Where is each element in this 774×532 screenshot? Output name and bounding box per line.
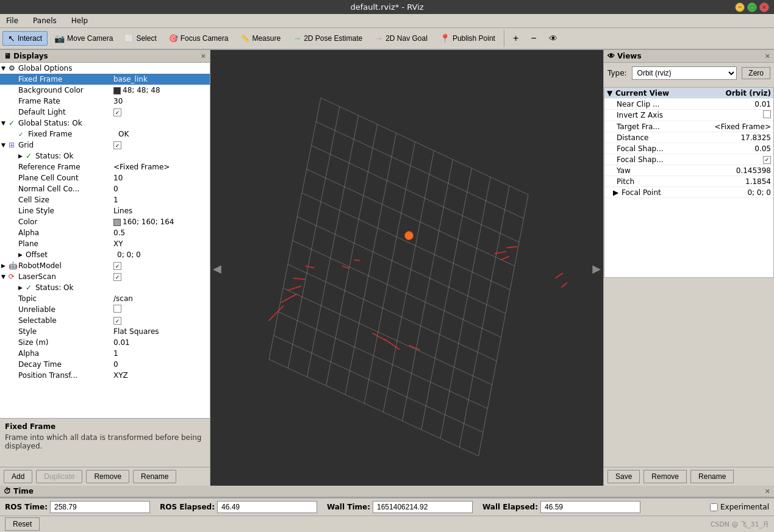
close-button[interactable]: ✕ [759,2,769,12]
topic-item[interactable]: Topic /scan [0,293,210,304]
unreliable-item[interactable]: Unreliable [0,304,210,315]
add-display-button[interactable]: + [507,31,524,46]
reference-frame-item[interactable]: Reference Frame <Fixed Frame> [0,161,210,172]
plane-cell-item[interactable]: Plane Cell Count 10 [0,172,210,183]
cell-size-item[interactable]: Cell Size 1 [0,194,210,205]
wall-time-value[interactable] [373,501,473,513]
grid-color-label: Color [18,218,113,226]
focal-shape-2-checkbox[interactable] [763,156,771,164]
focal-shape-1-row[interactable]: Focal Shap... 0.05 [604,143,773,154]
type-select[interactable]: Orbit (rviz) [632,66,737,80]
robotmodel-arrow[interactable]: ▶ [1,263,9,269]
line-style-item[interactable]: Line Style Lines [0,205,210,216]
experimental-checkbox[interactable] [710,503,718,511]
eye-button[interactable]: 👁 [543,32,563,45]
zero-button[interactable]: Zero [742,67,770,79]
ros-time-value[interactable] [50,501,150,513]
views-close[interactable]: ✕ [765,52,770,60]
interact-button[interactable]: ↖ Interact [2,31,48,46]
offset-arrow[interactable]: ▶ [18,252,26,258]
default-light-item[interactable]: Default Light [0,107,210,118]
selectable-checkbox-val [113,316,209,325]
selectable-item[interactable]: Selectable [0,315,210,326]
laserscan-arrow[interactable]: ▼ [1,274,9,280]
viewport[interactable]: ◀ ▶ [210,50,603,486]
remove-display-button[interactable]: − [525,31,542,46]
grid-alpha-value: 0.5 [113,229,209,237]
laserscan-status-item[interactable]: ▶ ✓ Status: Ok [0,282,210,293]
grid-item[interactable]: ▼ ⊞ Grid [0,140,210,151]
normal-cell-item[interactable]: Normal Cell Co... 0 [0,183,210,194]
viewport-arrow-left[interactable]: ◀ [210,259,224,277]
position-transf-item[interactable]: Position Transf... XYZ [0,370,210,381]
rename-button[interactable]: Rename [133,470,176,483]
offset-item[interactable]: ▶ Offset 0; 0; 0 [0,249,210,260]
maximize-button[interactable]: □ [747,2,757,12]
yaw-row[interactable]: Yaw 0.145398 [604,165,773,176]
wall-time-label: Wall Time: [327,503,370,511]
grid-status-arrow[interactable]: ▶ [18,153,26,159]
grid-checkbox[interactable] [113,141,121,149]
publish-point-button[interactable]: 📍 Publish Point [434,31,501,46]
global-options-arrow[interactable]: ▼ [1,65,9,71]
add-button[interactable]: Add [4,470,32,483]
fixed-frame-ok-item[interactable]: ✓ Fixed Frame OK [0,129,210,140]
focus-camera-button[interactable]: 🎯 Focus Camera [163,32,234,45]
reset-button[interactable]: Reset [5,517,40,531]
distance-row[interactable]: Distance 17.8325 [604,132,773,143]
invert-z-row[interactable]: Invert Z Axis [604,110,773,121]
time-close[interactable]: ✕ [765,488,770,495]
fixed-frame-item[interactable]: Fixed Frame base_link [0,74,210,85]
wall-elapsed-value[interactable] [540,501,640,513]
global-status-item[interactable]: ▼ ✓ Global Status: Ok [0,118,210,129]
focal-shape-2-row[interactable]: Focal Shap... [604,154,773,165]
menu-file[interactable]: File [2,15,22,26]
publish-label: Publish Point [453,34,495,43]
grid-alpha-item[interactable]: Alpha 0.5 [0,227,210,238]
grid-arrow[interactable]: ▼ [1,142,9,148]
laserscan-checkbox[interactable] [113,273,121,281]
remove-button[interactable]: Remove [86,470,129,483]
default-light-checkbox[interactable] [113,108,121,116]
laserscan-status-arrow[interactable]: ▶ [18,285,26,291]
plane-item[interactable]: Plane XY [0,238,210,249]
size-item[interactable]: Size (m) 0.01 [0,337,210,348]
menu-panels[interactable]: Panels [29,15,60,26]
views-rename-button[interactable]: Rename [690,470,734,483]
viewport-arrow-right[interactable]: ▶ [590,259,603,277]
measure-button[interactable]: 📏 Measure [235,32,286,45]
target-frame-row[interactable]: Target Fra... <Fixed Frame> [604,121,773,132]
selectable-checkbox[interactable] [113,317,121,325]
scan-alpha-item[interactable]: Alpha 1 [0,348,210,359]
2d-nav-button[interactable]: → 2D Nav Goal [369,31,433,46]
ros-elapsed-value[interactable] [217,501,317,513]
2d-pose-button[interactable]: → 2D Pose Estimate [287,31,368,46]
frame-rate-item[interactable]: Frame Rate 30 [0,96,210,107]
robotmodel-item[interactable]: ▶ 🤖 RobotModel [0,260,210,271]
style-item[interactable]: Style Flat Squares [0,326,210,337]
views-remove-button[interactable]: Remove [643,470,687,483]
focal-point-arrow[interactable]: ▶ [613,188,620,197]
decay-time-item[interactable]: Decay Time 0 [0,359,210,370]
invert-z-checkbox[interactable] [763,110,771,118]
pitch-row[interactable]: Pitch 1.1854 [604,176,773,187]
laserscan-item[interactable]: ▼ ⟳ LaserScan [0,271,210,282]
3d-view-canvas[interactable] [210,50,603,486]
minimize-button[interactable]: ─ [735,2,745,12]
displays-close[interactable]: ✕ [201,52,206,60]
grid-color-item[interactable]: Color 160; 160; 164 [0,216,210,227]
select-button[interactable]: ⬜ Select [120,32,162,45]
views-save-button[interactable]: Save [607,470,640,483]
duplicate-button[interactable]: Duplicate [36,470,82,483]
global-options-item[interactable]: ▼ ⚙ Global Options [0,63,210,74]
menu-help[interactable]: Help [68,15,91,26]
unreliable-checkbox[interactable] [113,305,121,313]
grid-status-item[interactable]: ▶ ✓ Status: Ok [0,151,210,161]
move-camera-button[interactable]: 📷 Move Camera [49,31,118,46]
global-status-arrow[interactable]: ▼ [1,120,9,126]
background-color-item[interactable]: Background Color 48; 48; 48 [0,85,210,96]
robotmodel-checkbox[interactable] [113,262,121,270]
ros-time-label: ROS Time: [5,503,48,511]
focal-point-row[interactable]: ▶ Focal Point 0; 0; 0 [604,187,773,198]
near-clip-row[interactable]: Near Clip ... 0.01 [604,99,773,110]
